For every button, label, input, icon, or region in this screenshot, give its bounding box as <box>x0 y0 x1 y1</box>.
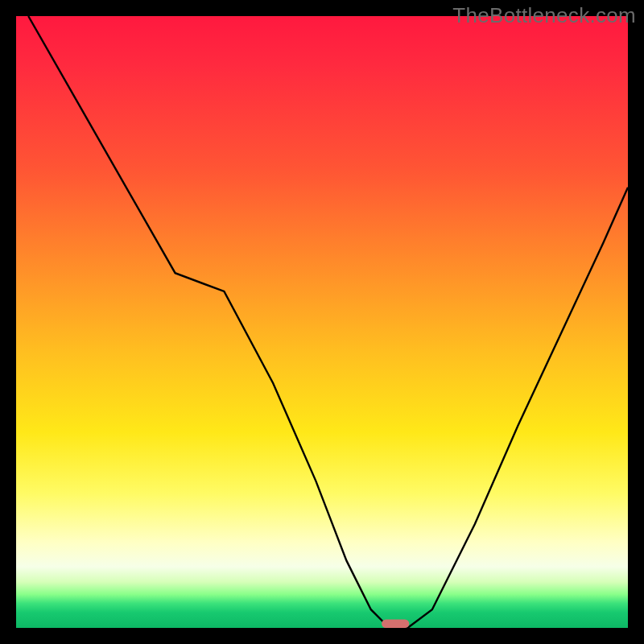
watermark-text: TheBottleneck.com <box>452 3 636 28</box>
curve-svg <box>16 16 628 628</box>
plot-area <box>16 16 628 628</box>
chart-frame: TheBottleneck.com <box>0 0 644 644</box>
bottleneck-curve-path <box>28 16 628 628</box>
optimal-marker <box>382 619 409 628</box>
